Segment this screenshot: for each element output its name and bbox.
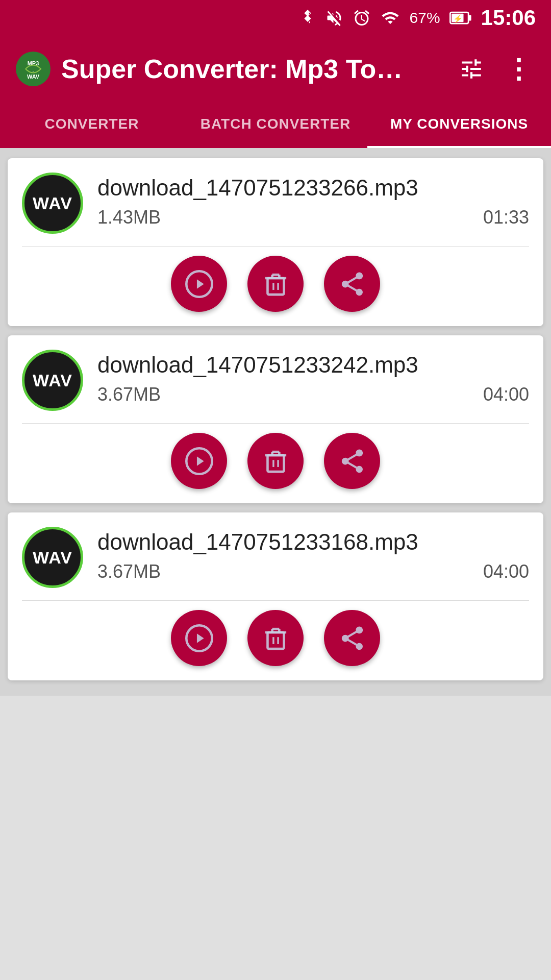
play-icon-1: [185, 270, 213, 298]
file-divider-2: [22, 423, 529, 424]
file-info-1: download_1470751233266.mp3 1.43MB 01:33: [97, 173, 529, 228]
svg-text:⚡: ⚡: [453, 14, 462, 23]
file-name-3: download_1470751233168.mp3: [97, 529, 529, 556]
mute-icon: [325, 9, 343, 27]
app-logo: MP3 - WAV: [15, 51, 51, 87]
svg-rect-28: [267, 632, 284, 649]
share-icon-1: [338, 270, 366, 298]
tabs-bar: CONVERTER BATCH CONVERTER MY CONVERSIONS: [0, 102, 551, 148]
file-size-3: 3.67MB: [97, 561, 161, 582]
more-icon: ⋮: [505, 56, 532, 82]
more-menu-button[interactable]: ⋮: [501, 52, 536, 86]
delete-button-2[interactable]: [247, 433, 304, 489]
wav-badge-2: WAV: [22, 350, 83, 411]
svg-rect-2: [468, 15, 471, 21]
bluetooth-icon: [299, 9, 316, 27]
status-time: 15:06: [481, 6, 536, 30]
filter-button[interactable]: [452, 52, 491, 86]
file-divider-3: [22, 600, 529, 601]
file-card-3-header: WAV download_1470751233168.mp3 3.67MB 04…: [22, 527, 529, 588]
file-card-2-header: WAV download_1470751233242.mp3 3.67MB 04…: [22, 350, 529, 411]
file-meta-2: 3.67MB 04:00: [97, 384, 529, 405]
file-duration-1: 01:33: [483, 207, 529, 228]
play-icon-3: [185, 624, 213, 652]
file-size-2: 3.67MB: [97, 384, 161, 405]
wav-badge-1: WAV: [22, 173, 83, 234]
share-icon-2: [338, 447, 366, 475]
battery-icon: ⚡: [449, 9, 472, 27]
sliders-icon: [456, 56, 487, 82]
status-bar: 67% ⚡ 15:06: [0, 0, 551, 36]
file-duration-3: 04:00: [483, 561, 529, 582]
alarm-icon: [353, 9, 371, 27]
file-info-3: download_1470751233168.mp3 3.67MB 04:00: [97, 527, 529, 582]
share-button-3[interactable]: [324, 610, 380, 666]
play-button-2[interactable]: [171, 433, 227, 489]
file-name-1: download_1470751233266.mp3: [97, 175, 529, 202]
wav-format-label-1: WAV: [33, 193, 72, 213]
share-button-1[interactable]: [324, 256, 380, 312]
status-icons: 67% ⚡ 15:06: [299, 6, 536, 30]
trash-icon-2: [262, 447, 290, 475]
trash-icon-3: [262, 624, 290, 652]
svg-marker-27: [196, 633, 204, 643]
svg-text:WAV: WAV: [27, 74, 40, 80]
file-actions-1: [22, 256, 529, 316]
svg-rect-10: [267, 278, 284, 295]
file-meta-1: 1.43MB 01:33: [97, 207, 529, 228]
play-button-3[interactable]: [171, 610, 227, 666]
svg-marker-9: [196, 279, 204, 288]
file-info-2: download_1470751233242.mp3 3.67MB 04:00: [97, 350, 529, 405]
file-size-1: 1.43MB: [97, 207, 161, 228]
file-card-1-header: WAV download_1470751233266.mp3 1.43MB 01…: [22, 173, 529, 234]
svg-marker-18: [196, 456, 204, 465]
trash-icon-1: [262, 270, 290, 298]
play-icon-2: [185, 447, 213, 475]
app-title: Super Converter: Mp3 To…: [61, 54, 442, 84]
signal-icon: [380, 9, 400, 27]
tab-converter[interactable]: CONVERTER: [0, 102, 184, 148]
app-bar: MP3 - WAV Super Converter: Mp3 To… ⋮: [0, 36, 551, 102]
file-divider-1: [22, 246, 529, 247]
battery-percentage: 67%: [410, 9, 440, 27]
wav-format-label-2: WAV: [33, 371, 72, 390]
file-name-2: download_1470751233242.mp3: [97, 352, 529, 379]
tab-my-conversions[interactable]: MY CONVERSIONS: [367, 102, 551, 148]
file-card-2: WAV download_1470751233242.mp3 3.67MB 04…: [8, 335, 543, 503]
play-button-1[interactable]: [171, 256, 227, 312]
wav-badge-3: WAV: [22, 527, 83, 588]
svg-rect-19: [267, 455, 284, 472]
share-button-2[interactable]: [324, 433, 380, 489]
delete-button-1[interactable]: [247, 256, 304, 312]
share-icon-3: [338, 624, 366, 652]
file-actions-2: [22, 433, 529, 493]
content-area: WAV download_1470751233266.mp3 1.43MB 01…: [0, 148, 551, 696]
tab-batch-converter[interactable]: BATCH CONVERTER: [184, 102, 367, 148]
file-card-3: WAV download_1470751233168.mp3 3.67MB 04…: [8, 512, 543, 680]
file-actions-3: [22, 610, 529, 670]
delete-button-3[interactable]: [247, 610, 304, 666]
app-bar-actions: ⋮: [452, 52, 536, 86]
file-card-1: WAV download_1470751233266.mp3 1.43MB 01…: [8, 158, 543, 326]
file-duration-2: 04:00: [483, 384, 529, 405]
wav-format-label-3: WAV: [33, 548, 72, 568]
file-meta-3: 3.67MB 04:00: [97, 561, 529, 582]
